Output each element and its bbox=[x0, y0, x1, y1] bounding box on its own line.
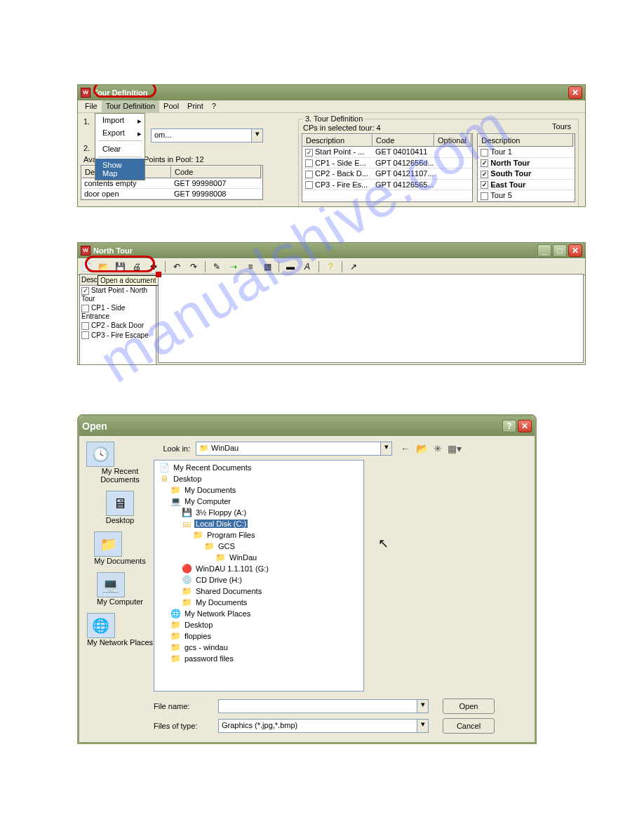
close-icon[interactable]: ✕ bbox=[568, 244, 582, 257]
menu-clear[interactable]: Clear bbox=[95, 143, 145, 155]
tree-item[interactable]: 🖥Desktop bbox=[156, 473, 362, 484]
list-icon[interactable]: ≡ bbox=[245, 261, 256, 272]
table-row[interactable]: Tour 1 bbox=[478, 147, 575, 158]
tree-item[interactable]: 🌐My Network Places bbox=[156, 608, 362, 619]
views-icon[interactable]: ▦▾ bbox=[448, 443, 462, 454]
menu-show-map[interactable]: Show Map bbox=[95, 159, 145, 180]
chevron-down-icon[interactable]: ▾ bbox=[251, 129, 262, 142]
desktop-icon: 🖥 bbox=[106, 491, 134, 516]
tree-item[interactable]: 📁My Documents bbox=[156, 484, 362, 496]
table-row[interactable]: CP2 - Back D...GPT 04121107... bbox=[302, 168, 472, 180]
open-icon[interactable]: 📂 bbox=[98, 261, 109, 272]
tree-item[interactable]: 📁WinDau bbox=[156, 552, 362, 563]
redo-icon[interactable]: ↷ bbox=[188, 261, 199, 272]
titlebar[interactable]: W Tour Definition ✕ bbox=[78, 85, 585, 100]
list-item[interactable]: CP3 - Fire Escape bbox=[80, 331, 156, 340]
tree-item[interactable]: 📁floppies bbox=[156, 630, 362, 642]
tree-item[interactable]: 📁GCS bbox=[156, 541, 362, 552]
tree-item[interactable]: 🔴WinDAU 1.1.101 (G:) bbox=[156, 563, 362, 574]
tree-item[interactable]: 📁Desktop bbox=[156, 619, 362, 630]
menu-pool[interactable]: Pool bbox=[159, 100, 183, 112]
back-icon[interactable]: ← bbox=[401, 443, 410, 454]
place-mydocs[interactable]: 📁My Documents bbox=[94, 531, 145, 565]
font-icon[interactable]: A bbox=[302, 261, 313, 272]
close-icon[interactable]: ✕ bbox=[568, 86, 582, 99]
checkpoint-list[interactable]: Desc ✓Start Point - North TourCP1 - Side… bbox=[79, 274, 156, 365]
col-description[interactable]: Description bbox=[302, 134, 373, 147]
place-mycomp[interactable]: 💻My Computer bbox=[97, 572, 143, 606]
col-code[interactable]: Code bbox=[171, 166, 261, 178]
new-icon[interactable]: 📄 bbox=[81, 261, 92, 272]
col-code[interactable]: Code bbox=[373, 134, 434, 147]
resize-handle[interactable] bbox=[156, 272, 161, 277]
chevron-down-icon[interactable]: ▾ bbox=[417, 700, 428, 713]
titlebar[interactable]: Open ? ✕ bbox=[79, 416, 535, 436]
tree-item[interactable]: 📁My Documents bbox=[156, 597, 362, 608]
pen-icon[interactable]: ✎ bbox=[211, 261, 222, 272]
chevron-down-icon[interactable]: ▾ bbox=[380, 442, 391, 455]
menu-tour-definition[interactable]: Tour Definition bbox=[102, 100, 159, 112]
tour-definition-dropdown[interactable]: Import▸ Export▸ Clear Show Map bbox=[95, 113, 145, 180]
table-row[interactable]: Tour 5 bbox=[478, 190, 575, 201]
menubar[interactable]: File Tour Definition Pool Print ? bbox=[78, 100, 585, 113]
tours-table[interactable]: Description Tour 1✓North Tour✓South Tour… bbox=[477, 133, 575, 202]
tree-item[interactable]: 📁Shared Documents bbox=[156, 585, 362, 597]
cps-table[interactable]: Description Code Optional ✓Start Point -… bbox=[302, 133, 473, 202]
close-icon[interactable]: ✕ bbox=[518, 420, 532, 432]
grid-icon[interactable]: ▦ bbox=[262, 261, 273, 272]
connect-icon[interactable]: ⇢ bbox=[228, 261, 239, 272]
list-item[interactable]: CP1 - Side Entrance bbox=[80, 303, 156, 321]
tree-item[interactable]: 💾3½ Floppy (A:) bbox=[156, 507, 362, 518]
help-icon[interactable]: ? bbox=[502, 420, 516, 432]
open-button[interactable]: Open bbox=[443, 699, 495, 714]
table-row[interactable]: ✓Start Point - ...GET 04010411 bbox=[302, 147, 472, 158]
fill-icon[interactable]: ▬ bbox=[285, 261, 296, 272]
minimize-icon[interactable]: _ bbox=[537, 244, 551, 257]
cancel-button[interactable]: Cancel bbox=[443, 718, 495, 734]
combo-text: om... bbox=[152, 129, 251, 142]
table-row[interactable]: ✓East Tour bbox=[478, 180, 575, 191]
menu-file[interactable]: File bbox=[81, 100, 102, 112]
tree-item[interactable]: 📄My Recent Documents bbox=[156, 462, 362, 473]
tree-item[interactable]: 💻My Computer bbox=[156, 496, 362, 507]
menu-print[interactable]: Print bbox=[183, 100, 208, 112]
list-item[interactable]: ✓Start Point - North Tour bbox=[80, 286, 156, 303]
undo-icon[interactable]: ↶ bbox=[171, 261, 182, 272]
chevron-down-icon[interactable]: ▾ bbox=[417, 720, 428, 732]
map-canvas[interactable] bbox=[158, 274, 584, 363]
list-item[interactable]: CP2 - Back Door bbox=[80, 321, 156, 331]
table-row[interactable]: ✓North Tour bbox=[478, 158, 575, 169]
move-icon[interactable]: ✥ bbox=[148, 261, 159, 272]
maximize-icon[interactable]: □ bbox=[553, 244, 567, 257]
table-row[interactable]: ✓South Tour bbox=[478, 168, 575, 180]
place-recent[interactable]: 🕓My Recent Documents bbox=[86, 442, 154, 484]
place-network[interactable]: 🌐My Network Places bbox=[87, 613, 153, 647]
tree-item[interactable]: 💿CD Drive (H:) bbox=[156, 574, 362, 585]
table-row[interactable]: CP3 - Fire Es...GPT 04126565... bbox=[302, 180, 472, 191]
tree-item[interactable]: 📁Program Files bbox=[156, 529, 362, 541]
place-desktop[interactable]: 🖥Desktop bbox=[106, 491, 134, 524]
print-icon[interactable]: 🖨 bbox=[131, 261, 142, 272]
save-icon[interactable]: 💾 bbox=[114, 261, 126, 272]
tree-item[interactable]: 📁password files bbox=[156, 653, 362, 664]
tree-item[interactable]: 🖴Local Disk (C:) bbox=[156, 518, 362, 529]
filetype-combo[interactable]: Graphics (*.jpg,*.bmp) ▾ bbox=[218, 719, 429, 733]
menu-help[interactable]: ? bbox=[208, 100, 220, 112]
table-row[interactable]: door openGET 99998008 bbox=[81, 189, 262, 199]
filename-input[interactable]: ▾ bbox=[218, 699, 429, 713]
menu-import[interactable]: Import▸ bbox=[95, 114, 145, 126]
col-description[interactable]: Description bbox=[478, 134, 573, 147]
menu-export[interactable]: Export▸ bbox=[95, 126, 145, 139]
col-optional[interactable]: Optional bbox=[434, 134, 471, 147]
exit-icon[interactable]: ↗ bbox=[348, 261, 359, 272]
new-folder-icon[interactable]: ✳ bbox=[434, 443, 442, 454]
folder-tree[interactable]: 📄My Recent Documents🖥Desktop📁My Document… bbox=[154, 460, 364, 691]
table-row[interactable]: CP1 - Side E...GPT 0412656d... bbox=[302, 158, 472, 169]
up-icon[interactable]: 📂 bbox=[416, 443, 428, 454]
places-bar: 🕓My Recent Documents 🖥Desktop 📁My Docume… bbox=[86, 442, 154, 734]
help-icon[interactable]: ? bbox=[325, 261, 336, 272]
titlebar[interactable]: W North Tour _ □ ✕ bbox=[78, 243, 585, 258]
tree-item[interactable]: 📁gcs - windau bbox=[156, 642, 362, 653]
lookin-combo[interactable]: 📁 WinDau ▾ bbox=[196, 442, 392, 456]
pool-combo[interactable]: om... ▾ bbox=[151, 128, 263, 143]
